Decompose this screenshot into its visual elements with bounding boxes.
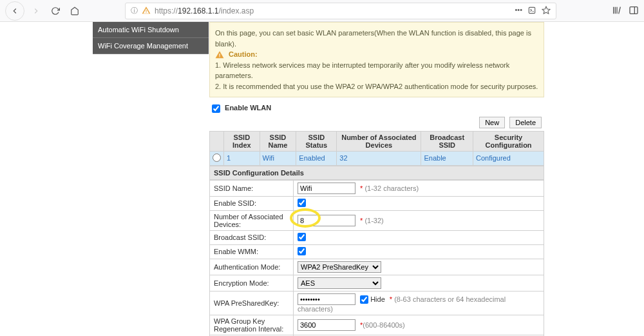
ssid-config-form: SSID Name: * (1-32 characters) Enable SS…	[209, 180, 544, 336]
enable-wlan-toggle[interactable]: Enable WLAN	[212, 104, 271, 112]
cell-broadcast: Enable	[421, 151, 473, 165]
ssid-name-hint: (1-32 characters)	[365, 184, 419, 192]
ssid-name-label: SSID Name:	[210, 180, 294, 196]
broadcast-label: Broadcast SSID:	[210, 230, 294, 244]
cell-status: Enabled	[296, 151, 337, 165]
delete-button[interactable]: Delete	[509, 117, 542, 128]
num-devices-hint: (1-32)	[365, 217, 383, 224]
cell-devices: 32	[337, 151, 421, 165]
row-radio[interactable]	[213, 153, 221, 162]
psk-input[interactable]	[298, 293, 355, 305]
cell-name: Wifi	[260, 151, 296, 165]
enable-ssid-label: Enable SSID:	[210, 196, 294, 210]
enc-select[interactable]: AES	[298, 277, 381, 289]
url-bar[interactable]: ⓘ https://192.168.1.1/index.asp •••	[125, 3, 556, 19]
sidebar: Automatic WiFi Shutdown WiFi Coverage Ma…	[0, 22, 209, 336]
psk-label: WPA PreSharedKey:	[210, 291, 294, 315]
regen-input[interactable]	[298, 319, 355, 331]
th-ssid-status: SSID Status	[296, 131, 337, 151]
sidebar-item-auto-wifi-shutdown[interactable]: Automatic WiFi Shutdown	[93, 22, 209, 38]
regen-hint: (600-86400s)	[363, 321, 404, 329]
cell-security: Configured	[473, 151, 544, 165]
enc-label: Encryption Mode:	[210, 275, 294, 291]
sidebar-toggle-icon[interactable]	[629, 5, 639, 17]
th-ssid-index: SSID Index	[224, 131, 260, 151]
th-broadcast: Broadcast SSID	[421, 131, 473, 151]
broadcast-checkbox[interactable]	[298, 233, 306, 241]
table-row[interactable]: 1 Wifi Enabled 32 Enable Configured	[210, 151, 544, 165]
reader-icon[interactable]	[527, 6, 536, 16]
notice-line2: 1. Wireless network services may be inte…	[215, 60, 538, 81]
bookmark-star-icon[interactable]	[542, 6, 551, 16]
caution-label: Caution:	[229, 50, 258, 58]
hide-checkbox[interactable]	[360, 295, 368, 304]
warning-icon	[215, 50, 224, 59]
forward-button	[28, 3, 44, 19]
main-content: On this page, you can set basic WLAN par…	[209, 22, 544, 336]
back-button[interactable]	[5, 1, 24, 21]
reload-button[interactable]	[48, 3, 63, 19]
enable-wlan-label: Enable WLAN	[225, 104, 271, 112]
notice-line3: 2. It is recommended that you use the WP…	[215, 81, 538, 92]
regen-label: WPA Group Key Regeneration Interval:	[210, 315, 294, 335]
num-devices-label: Number of Associated Devices:	[210, 210, 294, 230]
num-devices-input[interactable]	[298, 215, 355, 226]
wmm-label: Enable WMM:	[210, 244, 294, 259]
info-icon[interactable]: ⓘ	[131, 6, 138, 15]
auth-select[interactable]: WPA2 PreSharedKey	[298, 261, 381, 273]
auth-label: Authentication Mode:	[210, 259, 294, 275]
lock-warning-icon[interactable]	[142, 6, 151, 16]
url-text: https://192.168.1.1/index.asp	[155, 6, 511, 15]
browser-toolbar: ⓘ https://192.168.1.1/index.asp •••	[0, 0, 644, 22]
sidebar-item-wifi-coverage[interactable]: WiFi Coverage Management	[93, 38, 209, 54]
notice-box: On this page, you can set basic WLAN par…	[209, 22, 544, 97]
svg-marker-1	[542, 6, 550, 14]
section-header: SSID Configuration Details	[209, 166, 544, 180]
ssid-name-input[interactable]	[298, 183, 355, 194]
th-ssid-name: SSID Name	[260, 131, 296, 151]
new-button[interactable]: New	[479, 117, 505, 128]
library-icon[interactable]	[612, 5, 622, 17]
svg-rect-2	[630, 6, 638, 14]
th-security: Security Configuration	[473, 131, 544, 151]
enable-wlan-checkbox[interactable]	[212, 104, 220, 113]
home-button[interactable]	[67, 3, 82, 19]
notice-line1: On this page, you can set basic WLAN par…	[215, 28, 538, 49]
th-num-devices: Number of Associated Devices	[337, 131, 421, 151]
more-icon[interactable]: •••	[515, 6, 522, 16]
cell-index: 1	[224, 151, 260, 165]
wmm-checkbox[interactable]	[298, 247, 306, 255]
hide-label: Hide	[370, 295, 385, 303]
ssid-table: SSID Index SSID Name SSID Status Number …	[209, 131, 544, 166]
enable-ssid-checkbox[interactable]	[298, 199, 306, 207]
